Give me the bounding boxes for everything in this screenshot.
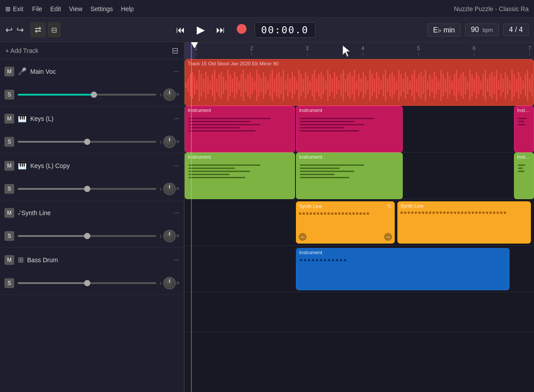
svg-rect-27 xyxy=(243,70,244,101)
track-menu-main-voc[interactable]: ··· xyxy=(174,68,179,76)
marker-button[interactable]: ⊟ xyxy=(48,22,61,37)
menu-edit[interactable]: Edit xyxy=(50,5,61,12)
svg-rect-53 xyxy=(300,74,302,96)
clip-label-pink-2: Instrument xyxy=(296,106,402,114)
clip-green-1[interactable]: Instrument xyxy=(185,152,295,199)
loop-button[interactable]: ⇄ xyxy=(30,22,46,37)
fader-thumb-synth-line[interactable] xyxy=(84,233,90,239)
svg-rect-148 xyxy=(511,70,513,101)
fader-area-keys-l-copy[interactable] xyxy=(18,188,156,190)
svg-rect-3 xyxy=(190,74,191,96)
add-track-button[interactable]: + Add Track xyxy=(5,47,38,54)
svg-rect-154 xyxy=(525,74,526,96)
svg-rect-56 xyxy=(307,76,308,94)
pan-knob-keys-l[interactable] xyxy=(163,136,176,148)
add-track-label: + Add Track xyxy=(5,47,38,54)
svg-rect-26 xyxy=(241,74,242,96)
time-signature[interactable]: 4 / 4 xyxy=(503,24,529,36)
clip-green-2[interactable]: Instrument xyxy=(296,152,403,199)
track-menu-keys-l[interactable]: ··· xyxy=(174,115,179,123)
play-button[interactable]: ▶ xyxy=(193,22,208,38)
clip-refresh-icon-1: ↻ xyxy=(387,203,392,209)
svg-rect-12 xyxy=(210,81,211,90)
fader-thumb-main-voc[interactable] xyxy=(91,92,97,98)
key-display[interactable]: E♭ min xyxy=(427,24,461,36)
solo-button-keys-l-copy[interactable]: S xyxy=(4,184,14,194)
ruler-mark-2: 2 xyxy=(250,45,253,56)
fader-thumb-keys-l[interactable] xyxy=(84,139,90,145)
svg-rect-46 xyxy=(285,81,286,90)
fader-area-synth-line[interactable] xyxy=(18,235,156,237)
svg-rect-130 xyxy=(471,74,473,96)
fader-area-bass-drum[interactable] xyxy=(18,282,156,284)
fader-area-keys-l[interactable] xyxy=(18,141,156,143)
svg-rect-142 xyxy=(498,81,499,90)
menu-view[interactable]: View xyxy=(69,5,82,12)
skip-forward-button[interactable]: ⏭ xyxy=(213,23,229,37)
clip-pink-1[interactable]: Instrument xyxy=(185,106,295,152)
svg-rect-28 xyxy=(245,79,247,92)
clip-pink-2[interactable]: Instrument xyxy=(296,106,403,152)
clip-orange-1[interactable]: Synth Line ↻ xyxy=(296,201,395,244)
track-name-bass-drum: Bass Drum xyxy=(27,256,170,264)
svg-rect-87 xyxy=(376,72,377,99)
clip-blue-1[interactable]: Instrument xyxy=(296,248,510,290)
track-list-header: + Add Track ⊟ xyxy=(0,42,184,59)
svg-rect-113 xyxy=(434,72,435,99)
clip-label-pink-3: Instrument xyxy=(514,106,534,114)
track-header-main-voc: M 🎤 Main Voc ··· xyxy=(0,59,184,84)
menu-help[interactable]: Help xyxy=(121,5,134,12)
fader-thumb-keys-l-copy[interactable] xyxy=(84,186,90,192)
clip-orange-2[interactable]: Synth Line xyxy=(397,201,531,244)
fader-thumb-bass-drum[interactable] xyxy=(84,280,90,286)
solo-button-keys-l[interactable]: S xyxy=(4,137,14,147)
mute-button-keys-l[interactable]: M xyxy=(4,114,14,124)
fader-main-voc[interactable] xyxy=(18,94,156,96)
record-button[interactable] xyxy=(233,22,250,38)
timeline-ruler: 1 2 3 4 5 6 7 xyxy=(185,42,534,59)
svg-rect-108 xyxy=(423,76,424,94)
fader-synth-line[interactable] xyxy=(18,235,156,237)
fader-keys-l[interactable] xyxy=(18,141,156,143)
svg-rect-124 xyxy=(458,79,459,92)
menu-file[interactable]: File xyxy=(32,5,42,12)
solo-button-synth-line[interactable]: S xyxy=(4,231,14,241)
mute-button-main-voc[interactable]: M xyxy=(4,67,14,76)
svg-rect-25 xyxy=(239,81,240,90)
knob-area-bass-drum: L R xyxy=(160,277,179,289)
track-menu-bass-drum[interactable]: ··· xyxy=(174,256,179,264)
exit-button[interactable]: ⊠ Exit xyxy=(5,5,23,12)
mute-button-synth-line[interactable]: M xyxy=(4,208,14,218)
svg-rect-10 xyxy=(205,72,206,99)
menu-settings[interactable]: Settings xyxy=(90,5,113,12)
pan-knob-keys-l-copy[interactable] xyxy=(163,183,176,195)
clip-audio-main-voc[interactable]: Track 15 Old Skool Jan 2020 Eb Minor 90 xyxy=(185,59,534,106)
undo-button[interactable]: ↩ xyxy=(5,24,13,35)
clip-green-3[interactable]: Instrument xyxy=(514,152,534,199)
track-menu-synth-line[interactable]: ··· xyxy=(174,209,179,217)
fader-keys-l-copy[interactable] xyxy=(18,188,156,190)
clip-pink-3[interactable]: Instrument xyxy=(514,106,534,152)
exit-label: Exit xyxy=(13,5,23,12)
collapse-button[interactable]: ⊟ xyxy=(172,46,178,56)
svg-rect-73 xyxy=(345,79,346,92)
track-menu-keys-l-copy[interactable]: ··· xyxy=(174,162,179,170)
svg-rect-29 xyxy=(247,74,249,96)
mute-button-bass-drum[interactable]: M xyxy=(4,255,14,265)
svg-rect-22 xyxy=(232,79,233,92)
svg-rect-7 xyxy=(198,70,200,101)
svg-rect-32 xyxy=(254,81,255,90)
pan-knob-bass-drum[interactable] xyxy=(163,277,176,289)
fader-area-main-voc[interactable] xyxy=(18,94,156,96)
mute-button-keys-l-copy[interactable]: M xyxy=(4,161,14,171)
skip-back-button[interactable]: ⏮ xyxy=(173,23,189,37)
redo-button[interactable]: ↪ xyxy=(16,24,24,35)
svg-rect-77 xyxy=(354,70,355,101)
solo-button-main-voc[interactable]: S xyxy=(4,90,14,100)
fader-bass-drum[interactable] xyxy=(18,282,156,284)
solo-button-bass-drum[interactable]: S xyxy=(4,278,14,288)
svg-rect-84 xyxy=(369,70,371,101)
svg-rect-135 xyxy=(482,74,484,96)
pan-knob-main-voc[interactable] xyxy=(163,88,176,101)
pan-knob-synth-line[interactable] xyxy=(163,230,176,242)
